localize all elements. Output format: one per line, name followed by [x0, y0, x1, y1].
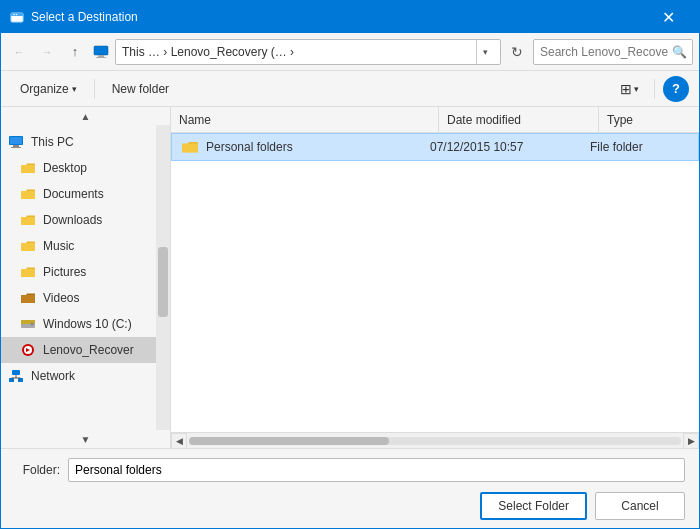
path-pc-icon	[91, 42, 111, 62]
sidebar-item-this-pc[interactable]: This PC	[1, 129, 156, 155]
back-button[interactable]: ←	[7, 40, 31, 64]
svg-rect-8	[13, 145, 19, 147]
file-list-body[interactable]: Personal folders 07/12/2015 10:57 File f…	[171, 133, 699, 432]
svg-rect-10	[10, 137, 22, 144]
sidebar-label-pictures: Pictures	[43, 265, 86, 279]
help-button[interactable]: ?	[663, 76, 689, 102]
svg-rect-4	[94, 46, 108, 55]
sidebar-label-music: Music	[43, 239, 74, 253]
sidebar-scroll-up[interactable]: ▲	[1, 107, 170, 125]
address-dropdown-button[interactable]: ▾	[476, 39, 494, 65]
address-bar: ← → ↑ This … › Lenovo_Recovery (… › ▾ ↻ …	[1, 33, 699, 71]
lenovo-recovery-icon	[19, 341, 37, 359]
sidebar-item-documents[interactable]: Documents	[1, 181, 156, 207]
sidebar-item-lenovo-recovery[interactable]: Lenovo_Recover	[1, 337, 156, 363]
sidebar-scrollbar-thumb	[158, 247, 168, 317]
sidebar-label-this-pc: This PC	[31, 135, 74, 149]
refresh-button[interactable]: ↻	[505, 40, 529, 64]
file-folder-icon	[180, 137, 200, 157]
title-bar: Select a Destination ✕	[1, 1, 699, 33]
col-type-header[interactable]: Type	[599, 107, 699, 132]
desktop-folder-icon	[19, 159, 37, 177]
dialog-window: Select a Destination ✕ ← → ↑ This … › Le…	[0, 0, 700, 529]
folder-row: Folder:	[15, 458, 685, 482]
windows-drive-icon	[19, 315, 37, 333]
svg-rect-5	[98, 55, 104, 57]
horizontal-scrollbar[interactable]: ◀ ▶	[171, 432, 699, 448]
videos-folder-icon	[19, 289, 37, 307]
svg-rect-17	[9, 378, 14, 382]
toolbar: Organize ▾ New folder ⊞ ▾ ?	[1, 71, 699, 107]
window-icon	[9, 9, 25, 25]
sidebar-item-windows-c[interactable]: Windows 10 (C:)	[1, 311, 156, 337]
downloads-folder-icon	[19, 211, 37, 229]
sidebar-scroll-down[interactable]: ▼	[1, 430, 170, 448]
sidebar-item-pictures[interactable]: Pictures	[1, 259, 156, 285]
view-toggle-button[interactable]: ⊞ ▾	[613, 76, 646, 102]
file-area: Name Date modified Type Personal folders…	[171, 107, 699, 448]
scroll-track[interactable]	[189, 437, 681, 445]
music-folder-icon	[19, 237, 37, 255]
toolbar-separator-2	[654, 79, 655, 99]
pictures-folder-icon	[19, 263, 37, 281]
file-row-date: 07/12/2015 10:57	[430, 140, 590, 154]
address-path-text: This … › Lenovo_Recovery (… ›	[122, 45, 476, 59]
search-wrapper: 🔍	[533, 39, 693, 65]
sidebar-label-lenovo-recovery: Lenovo_Recover	[43, 343, 134, 357]
view-arrow: ▾	[634, 84, 639, 94]
view-icon: ⊞	[620, 81, 632, 97]
new-folder-label: New folder	[112, 82, 169, 96]
sidebar-item-videos[interactable]: Videos	[1, 285, 156, 311]
sidebar-label-windows-c: Windows 10 (C:)	[43, 317, 132, 331]
address-path-bar[interactable]: This … › Lenovo_Recovery (… › ▾	[115, 39, 501, 65]
folder-input[interactable]	[68, 458, 685, 482]
col-date-header[interactable]: Date modified	[439, 107, 599, 132]
close-button[interactable]: ✕	[645, 1, 691, 33]
scroll-left-button[interactable]: ◀	[171, 433, 187, 449]
search-input[interactable]	[533, 39, 693, 65]
documents-folder-icon	[19, 185, 37, 203]
svg-point-3	[16, 14, 18, 16]
sidebar-label-desktop: Desktop	[43, 161, 87, 175]
buttons-row: Select Folder Cancel	[15, 492, 685, 520]
forward-button[interactable]: →	[35, 40, 59, 64]
folder-label: Folder:	[15, 463, 60, 477]
sidebar-scrollbar[interactable]	[156, 125, 170, 430]
file-list-header: Name Date modified Type	[171, 107, 699, 133]
sidebar-label-network: Network	[31, 369, 75, 383]
sidebar-item-network[interactable]: Network	[1, 363, 156, 389]
table-row[interactable]: Personal folders 07/12/2015 10:57 File f…	[171, 133, 699, 161]
toolbar-separator	[94, 79, 95, 99]
scroll-right-button[interactable]: ▶	[683, 433, 699, 449]
sidebar-item-music[interactable]: Music	[1, 233, 156, 259]
new-folder-button[interactable]: New folder	[103, 76, 178, 102]
dialog-title: Select a Destination	[31, 10, 645, 24]
organize-button[interactable]: Organize ▾	[11, 76, 86, 102]
cancel-button[interactable]: Cancel	[595, 492, 685, 520]
this-pc-icon	[7, 133, 25, 151]
col-name-header[interactable]: Name	[171, 107, 439, 132]
sidebar: ▲ This PC	[1, 107, 171, 448]
network-icon	[7, 367, 25, 385]
sidebar-item-downloads[interactable]: Downloads	[1, 207, 156, 233]
sidebar-item-desktop[interactable]: Desktop	[1, 155, 156, 181]
file-row-name: Personal folders	[206, 140, 430, 154]
svg-rect-18	[18, 378, 23, 382]
organize-label: Organize	[20, 82, 69, 96]
scroll-thumb	[189, 437, 389, 445]
sidebar-items: This PC Desktop	[1, 125, 170, 430]
svg-point-2	[13, 14, 15, 16]
svg-rect-16	[12, 370, 20, 375]
sidebar-label-videos: Videos	[43, 291, 79, 305]
bottom-area: Folder: Select Folder Cancel	[1, 448, 699, 528]
sidebar-label-documents: Documents	[43, 187, 104, 201]
organize-arrow: ▾	[72, 84, 77, 94]
svg-point-13	[31, 323, 34, 326]
sidebar-label-downloads: Downloads	[43, 213, 102, 227]
file-row-type: File folder	[590, 140, 690, 154]
content-area: ▲ This PC	[1, 107, 699, 448]
svg-rect-6	[96, 57, 106, 58]
select-folder-button[interactable]: Select Folder	[480, 492, 587, 520]
up-button[interactable]: ↑	[63, 40, 87, 64]
svg-rect-9	[11, 147, 21, 148]
